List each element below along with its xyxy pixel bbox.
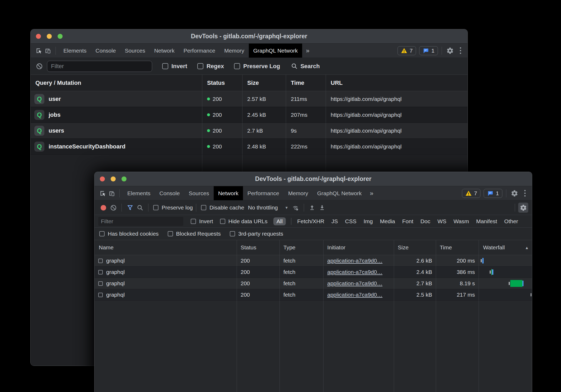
initiator-link[interactable]: application-a7ca9d0… (327, 258, 382, 264)
more-options-kebab-icon[interactable] (522, 189, 528, 198)
type-filter-manifest[interactable]: Manifest (476, 218, 497, 225)
close-button[interactable] (100, 176, 105, 181)
network-settings-gear-icon[interactable] (518, 203, 528, 213)
column-header-time[interactable]: Time (436, 240, 479, 255)
type-filter-other[interactable]: Other (504, 218, 518, 225)
time-cell: 207ms (286, 107, 326, 123)
settings-gear-icon[interactable] (446, 46, 455, 55)
request-name-cell[interactable]: graphql (95, 289, 237, 301)
record-network-log-button[interactable] (98, 203, 108, 213)
column-header-type[interactable]: Type (279, 240, 323, 255)
column-header-query-mutation[interactable]: Query / Mutation (31, 75, 202, 91)
type-filter-doc[interactable]: Doc (420, 218, 430, 225)
disable-cache-checkbox[interactable] (201, 205, 206, 210)
issues-warning-badge[interactable]: 7 (398, 46, 416, 55)
throttling-select[interactable]: No throttling ▼ (248, 204, 288, 211)
device-toolbar-icon[interactable] (107, 189, 116, 198)
row-checkbox[interactable] (98, 281, 103, 286)
type-filter-img[interactable]: Img (364, 218, 373, 225)
initiator-link[interactable]: application-a7ca9d0… (327, 269, 382, 275)
inspect-element-icon[interactable] (34, 46, 43, 55)
column-header-waterfall[interactable]: Waterfall ▲ (479, 240, 532, 255)
issues-warning-badge[interactable]: 7 (462, 189, 481, 198)
minimize-button[interactable] (111, 176, 116, 181)
zoom-button[interactable] (121, 176, 127, 181)
query-name-cell[interactable]: Q instanceSecurityDashboard (31, 139, 202, 155)
close-button[interactable] (36, 34, 41, 39)
tab-elements[interactable]: Elements (123, 186, 155, 200)
tab-graphql-network[interactable]: GraphQL Network (313, 186, 366, 200)
tab-performance[interactable]: Performance (179, 44, 220, 58)
clear-icon[interactable] (36, 63, 43, 70)
column-header-status[interactable]: Status (202, 75, 242, 91)
titlebar[interactable]: DevTools - gitlab.com/-/graphql-explorer (95, 172, 532, 186)
more-tabs-icon[interactable]: » (302, 44, 313, 58)
query-name-cell[interactable]: Q users (31, 123, 202, 139)
tab-performance[interactable]: Performance (243, 186, 284, 200)
tab-network[interactable]: Network (150, 44, 179, 58)
type-filter-ws[interactable]: WS (437, 218, 446, 225)
column-header-initiator[interactable]: Initiator (323, 240, 394, 255)
search-group[interactable]: Search (291, 63, 320, 70)
type-filter-wasm[interactable]: Wasm (454, 218, 469, 225)
network-filter-input[interactable] (98, 217, 183, 226)
clear-network-log-icon[interactable] (108, 203, 118, 213)
titlebar[interactable]: DevTools - gitlab.com/-/graphql-explorer (31, 29, 467, 44)
tab-console[interactable]: Console (91, 44, 120, 58)
tab-elements[interactable]: Elements (59, 44, 91, 58)
column-header-time[interactable]: Time (286, 75, 326, 91)
query-name-cell[interactable]: Q user (31, 91, 202, 107)
device-toolbar-icon[interactable] (43, 46, 52, 55)
query-name-cell[interactable]: Q jobs (31, 107, 202, 123)
filter-input[interactable] (47, 61, 152, 72)
row-checkbox[interactable] (98, 259, 103, 263)
request-name-cell[interactable]: graphql (95, 267, 237, 278)
column-header-status[interactable]: Status (237, 240, 279, 255)
row-checkbox[interactable] (98, 270, 103, 274)
tab-network[interactable]: Network (214, 186, 243, 200)
type-filter-media[interactable]: Media (380, 218, 395, 225)
zoom-button[interactable] (58, 34, 63, 39)
tab-sources[interactable]: Sources (120, 44, 150, 58)
inspect-element-icon[interactable] (98, 189, 107, 198)
type-filter-font[interactable]: Font (402, 218, 413, 225)
tab-memory[interactable]: Memory (284, 186, 313, 200)
preserve-log-checkbox[interactable] (234, 63, 240, 69)
type-filter-js[interactable]: JS (331, 218, 338, 225)
column-header-size[interactable]: Size (242, 75, 286, 91)
column-header-url[interactable]: URL (326, 75, 467, 91)
invert-checkbox[interactable] (191, 219, 196, 224)
search-icon[interactable] (135, 203, 145, 213)
more-tabs-icon[interactable]: » (366, 186, 377, 200)
request-name-cell[interactable]: graphql (95, 278, 237, 289)
initiator-link[interactable]: application-a7ca9d0… (327, 292, 382, 298)
messages-badge[interactable]: 1 (484, 189, 502, 198)
has-blocked-cookies-checkbox[interactable] (99, 231, 105, 236)
request-name-cell[interactable]: graphql (95, 255, 237, 267)
third-party-requests-checkbox[interactable] (230, 231, 235, 236)
import-har-icon[interactable] (307, 203, 317, 213)
column-header-name[interactable]: Name (95, 240, 237, 255)
preserve-log-checkbox[interactable] (153, 205, 158, 210)
tab-sources[interactable]: Sources (184, 186, 214, 200)
more-options-kebab-icon[interactable] (458, 46, 463, 55)
tab-memory[interactable]: Memory (220, 44, 249, 58)
tab-graphql-network[interactable]: GraphQL Network (249, 44, 302, 58)
export-har-icon[interactable] (317, 203, 327, 213)
column-header-size[interactable]: Size (394, 240, 436, 255)
minimize-button[interactable] (47, 34, 52, 39)
regex-checkbox[interactable] (197, 63, 203, 69)
network-conditions-icon[interactable] (291, 203, 301, 213)
tab-console[interactable]: Console (155, 186, 184, 200)
invert-checkbox[interactable] (162, 63, 168, 69)
settings-gear-icon[interactable] (510, 189, 519, 198)
hide-data-urls-checkbox[interactable] (220, 219, 225, 224)
blocked-requests-checkbox[interactable] (168, 231, 173, 236)
row-checkbox[interactable] (98, 293, 103, 297)
type-filter-all[interactable]: All (273, 217, 286, 225)
type-filter-css[interactable]: CSS (345, 218, 356, 225)
type-filter-fetch-xhr[interactable]: Fetch/XHR (297, 218, 324, 225)
initiator-link[interactable]: application-a7ca9d0… (327, 280, 382, 287)
filter-funnel-icon[interactable] (125, 203, 135, 213)
messages-badge[interactable]: 1 (419, 46, 438, 55)
